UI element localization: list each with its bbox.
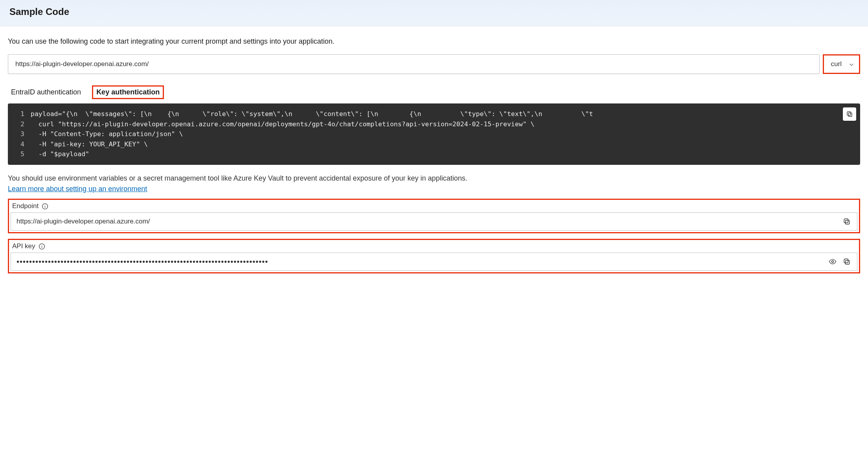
panel-title: Sample Code [9, 6, 859, 17]
endpoint-display: https://ai-plugin-developer.openai.azure… [8, 54, 820, 74]
line-number: 3 [15, 129, 24, 139]
tab-entraid-auth[interactable]: EntraID authentication [9, 85, 83, 100]
reveal-key-button[interactable] [828, 257, 837, 266]
chevron-down-icon [849, 61, 854, 67]
learn-more-link[interactable]: Learn more about setting up an environme… [8, 185, 147, 193]
endpoint-field-block: Endpoint [8, 199, 860, 233]
code-line: -H "api-key: YOUR_API_KEY" \ [24, 139, 148, 149]
language-selected: curl [831, 60, 842, 68]
svg-rect-1 [847, 112, 851, 115]
svg-rect-4 [844, 219, 848, 223]
panel-header: Sample Code [0, 0, 868, 26]
copy-endpoint-button[interactable] [842, 217, 851, 226]
line-number: 1 [15, 109, 24, 119]
line-number: 4 [15, 139, 24, 149]
intro-text: You can use the following code to start … [8, 37, 860, 46]
svg-rect-8 [844, 259, 848, 263]
endpoint-row: https://ai-plugin-developer.openai.azure… [8, 54, 860, 74]
svg-rect-3 [846, 220, 850, 224]
apikey-label-row: API key [11, 241, 857, 253]
copy-key-button[interactable] [842, 257, 851, 266]
endpoint-input-row [11, 212, 857, 231]
svg-point-6 [832, 261, 834, 263]
svg-rect-7 [846, 260, 850, 264]
code-sample: 1payload="{\n \"messages\": [\n {\n \"ro… [8, 103, 860, 165]
line-number: 5 [15, 149, 24, 159]
code-line: payload="{\n \"messages\": [\n {\n \"rol… [24, 109, 593, 119]
auth-tabs: EntraID authentication Key authenticatio… [9, 85, 860, 100]
panel-content: You can use the following code to start … [0, 26, 868, 273]
security-note: You should use environment variables or … [8, 173, 860, 183]
line-number: 2 [15, 119, 24, 129]
svg-rect-0 [848, 113, 852, 116]
info-icon[interactable] [39, 243, 45, 250]
endpoint-label-row: Endpoint [11, 201, 857, 212]
apikey-label: API key [12, 242, 35, 250]
code-line: curl "https://ai-plugin-developer.openai… [24, 119, 534, 129]
apikey-input-row: ••••••••••••••••••••••••••••••••••••••••… [11, 253, 857, 271]
endpoint-label: Endpoint [12, 202, 39, 210]
code-line: -H "Content-Type: application/json" \ [24, 129, 183, 139]
language-dropdown[interactable]: curl [823, 54, 860, 74]
tab-key-auth[interactable]: Key authentication [92, 85, 164, 99]
info-icon[interactable] [42, 203, 48, 210]
copy-code-button[interactable] [843, 107, 856, 121]
apikey-field-block: API key ••••••••••••••••••••••••••••••••… [8, 239, 860, 273]
apikey-input[interactable]: ••••••••••••••••••••••••••••••••••••••••… [17, 257, 823, 266]
endpoint-input[interactable] [17, 218, 837, 225]
code-line: -d "$payload" [24, 149, 89, 159]
